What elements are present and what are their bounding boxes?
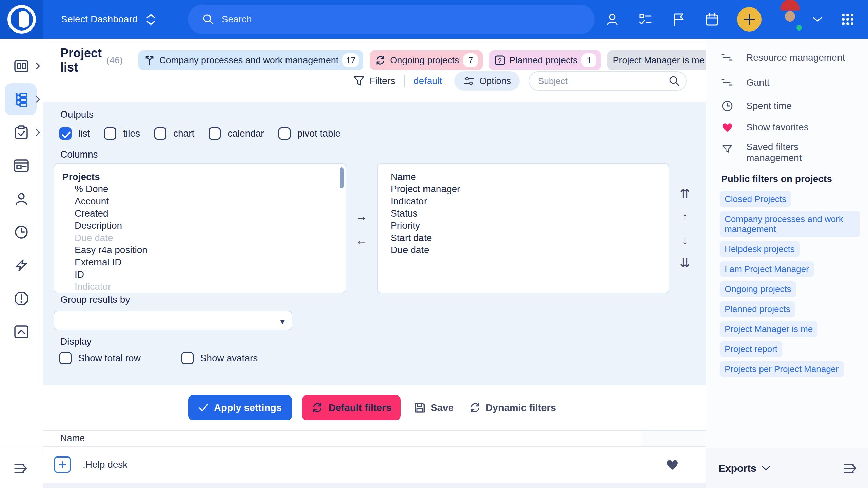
column-selected[interactable]: Start date xyxy=(386,232,660,244)
dashboard-selector[interactable]: Select Dashboard xyxy=(61,14,155,25)
move-bottom-button[interactable]: ⇊ xyxy=(680,257,690,269)
move-right-button[interactable]: → xyxy=(356,210,368,222)
public-filter-link[interactable]: Ongoing projects xyxy=(720,281,796,297)
exports-button[interactable]: Exports xyxy=(718,463,833,474)
default-filter-link[interactable]: default xyxy=(414,76,442,86)
column-selected[interactable]: Due date xyxy=(386,244,660,256)
column-option[interactable]: % Done xyxy=(62,183,337,195)
move-down-button[interactable]: ↓ xyxy=(682,234,688,246)
column-selected[interactable]: Status xyxy=(386,207,660,220)
filter-chip-ongoing-projects[interactable]: Ongoing projects 7 xyxy=(370,50,483,70)
search-icon[interactable] xyxy=(668,75,680,87)
show-avatars-checkbox[interactable]: Show avatars xyxy=(181,352,258,364)
output-checkbox-pivot-table[interactable]: pivot table xyxy=(278,127,341,140)
column-option[interactable]: ID xyxy=(62,268,337,281)
avatar-chevron-down-icon[interactable] xyxy=(812,17,823,22)
app-logo[interactable] xyxy=(0,0,43,39)
sidebar-item-dashboards[interactable] xyxy=(0,49,43,83)
checkbox-icon xyxy=(59,352,72,364)
checkbox-icon xyxy=(104,127,116,140)
sidebar-item-spent-time[interactable] xyxy=(0,216,43,249)
move-up-button[interactable]: ↑ xyxy=(682,211,688,223)
panel-collapse-button[interactable] xyxy=(833,448,868,488)
output-checkbox-tiles[interactable]: tiles xyxy=(104,127,140,140)
column-selected[interactable]: Priority xyxy=(386,220,660,232)
project-name[interactable]: .Help desk xyxy=(83,459,127,470)
right-panel-item-gantt[interactable]: Gantt xyxy=(721,77,858,88)
default-filters-button[interactable]: Default filters xyxy=(302,395,401,420)
gantt-lines-icon xyxy=(721,53,733,62)
output-checkbox-calendar[interactable]: calendar xyxy=(209,127,264,140)
right-panel-item-resource-management[interactable]: Resource management xyxy=(721,52,858,63)
dynamic-filters-button[interactable]: Dynamic filters xyxy=(467,395,559,420)
save-button[interactable]: Save xyxy=(411,395,456,420)
public-filter-link[interactable]: I am Project Manager xyxy=(720,261,814,277)
apply-settings-button[interactable]: Apply settings xyxy=(188,395,292,420)
flag-icon[interactable] xyxy=(671,11,687,27)
chevron-right-icon xyxy=(36,96,40,103)
clock-icon xyxy=(721,100,733,112)
sidebar-item-archive[interactable] xyxy=(0,315,43,348)
column-selected[interactable]: Indicator xyxy=(386,195,660,207)
filter-chip-company-processes[interactable]: Company processes and work management 17 xyxy=(138,50,363,70)
checkbox-icon xyxy=(209,127,221,140)
favorite-heart-icon[interactable] xyxy=(666,459,679,470)
column-option[interactable]: Due date xyxy=(62,232,337,244)
column-option[interactable]: Easy r4a position xyxy=(62,244,337,256)
scrollbar-thumb[interactable] xyxy=(340,167,344,188)
column-selected[interactable]: Project manager xyxy=(386,183,660,195)
calendar-icon[interactable] xyxy=(704,11,720,27)
subject-search-input[interactable] xyxy=(529,71,687,91)
filter-chip-planned-projects[interactable]: ? Planned projects 1 xyxy=(489,50,601,70)
display-label: Display xyxy=(60,336,92,347)
user-profile-icon[interactable] xyxy=(604,11,620,27)
public-filter-link[interactable]: Project report xyxy=(720,341,782,357)
column-selected[interactable]: Name xyxy=(386,171,660,183)
sidebar-item-projects[interactable] xyxy=(0,83,43,116)
table-header-name[interactable]: Name xyxy=(43,431,642,446)
app-grid-icon[interactable] xyxy=(840,11,856,27)
table-row[interactable]: .Help desk xyxy=(43,447,706,483)
selected-columns-listbox[interactable]: NameProject managerIndicatorStatusPriori… xyxy=(377,163,669,293)
quick-add-button[interactable] xyxy=(737,7,762,32)
show-total-row-checkbox[interactable]: Show total row xyxy=(59,352,141,364)
public-filter-link[interactable]: Projects per Project Manager xyxy=(720,361,844,377)
public-filter-link[interactable]: Helpdesk projects xyxy=(720,241,800,257)
left-sidebar xyxy=(0,39,43,488)
expand-row-button[interactable] xyxy=(54,456,71,473)
public-filter-link[interactable]: Project Manager is me xyxy=(720,321,817,337)
right-panel-item-saved-filters[interactable]: Saved filters management xyxy=(721,142,858,163)
user-avatar[interactable] xyxy=(778,8,802,31)
move-left-button[interactable]: ← xyxy=(356,235,368,247)
group-by-select[interactable]: ▼ xyxy=(54,311,292,330)
chip-count: 7 xyxy=(463,53,478,67)
column-option[interactable]: Projects xyxy=(62,171,337,183)
sidebar-item-users[interactable] xyxy=(0,182,43,216)
public-filter-link[interactable]: Company processes and work management xyxy=(720,211,860,237)
global-search-input[interactable]: Search xyxy=(188,5,595,34)
sync-icon xyxy=(312,402,323,413)
move-top-button[interactable]: ⇈ xyxy=(680,188,690,200)
right-panel-item-spent-time[interactable]: Spent time xyxy=(721,100,858,112)
available-columns-listbox[interactable]: Projects% DoneAccountCreatedDescriptionD… xyxy=(54,163,346,293)
sidebar-item-tasks[interactable] xyxy=(0,116,43,149)
output-checkbox-list[interactable]: list xyxy=(59,127,90,140)
funnel-icon xyxy=(353,75,365,87)
options-button[interactable]: Options xyxy=(454,71,520,91)
column-option[interactable]: Indicator xyxy=(62,281,337,293)
column-option[interactable]: Account xyxy=(62,195,337,207)
sidebar-item-news[interactable] xyxy=(0,149,43,182)
sidebar-item-quick-actions[interactable] xyxy=(0,249,43,282)
column-option[interactable]: External ID xyxy=(62,256,337,268)
sidebar-expand-button[interactable] xyxy=(0,448,43,488)
public-filter-link[interactable]: Planned projects xyxy=(720,301,795,317)
filters-button[interactable]: Filters xyxy=(353,75,395,87)
page-title: Project list xyxy=(60,46,102,75)
sidebar-item-alerts[interactable] xyxy=(0,282,43,315)
column-option[interactable]: Created xyxy=(62,207,337,220)
column-option[interactable]: Description xyxy=(62,220,337,232)
output-checkbox-chart[interactable]: chart xyxy=(154,127,194,140)
right-panel-item-show-favorites[interactable]: Show favorites xyxy=(721,122,858,133)
public-filter-link[interactable]: Closed Projects xyxy=(720,191,791,207)
tasks-checklist-icon[interactable] xyxy=(637,11,654,27)
